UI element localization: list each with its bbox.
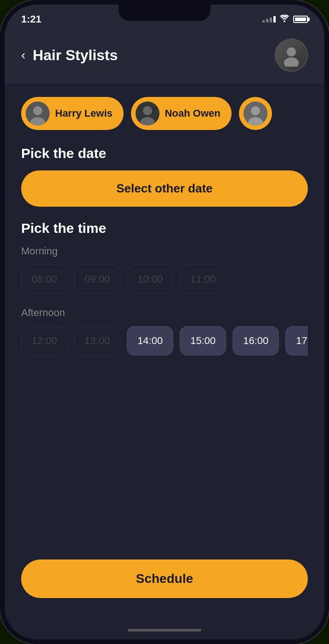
wifi-icon [279,15,289,24]
stylist-avatar-noah [136,102,159,125]
morning-label: Morning [21,245,308,257]
time-slot-1100[interactable]: 11:00 [180,265,226,294]
stylist-avatar-third [244,102,267,125]
battery-icon [293,16,308,23]
avatar [275,39,308,72]
time-slot-1600[interactable]: 16:00 [233,326,279,356]
home-indicator [5,621,324,639]
bottom-area: Schedule [5,550,324,621]
phone-screen: 1:21 ‹ Hair Stylists [5,5,324,639]
spacer [21,371,308,537]
home-bar [128,629,201,632]
time-slot-1500[interactable]: 15:00 [180,326,226,356]
pick-time-title: Pick the time [21,220,308,236]
stylist-avatar-harry [26,102,50,125]
time-slot-1400[interactable]: 14:00 [127,326,173,356]
page-title: Hair Stylists [33,47,118,64]
pick-date-title: Pick the date [21,146,308,161]
svg-point-1 [284,57,299,67]
schedule-button[interactable]: Schedule [21,559,308,598]
app-header: ‹ Hair Stylists [5,29,324,83]
stylist-name-noah: Noah Owen [165,107,221,119]
stylist-button-noah-owen[interactable]: Noah Owen [131,97,232,130]
stylist-button-third[interactable] [239,97,272,130]
time-slot-1000[interactable]: 10:00 [127,265,173,294]
time-slot-1300[interactable]: 13:00 [74,326,120,356]
afternoon-label: Afternoon [21,307,308,319]
status-bar: 1:21 [5,5,324,29]
signal-icon [262,16,276,23]
select-date-label: Select other date [116,181,213,195]
svg-point-0 [287,47,296,56]
time-slot-0900[interactable]: 09:00 [74,265,120,294]
stylists-row: Harry Lewis Noah Owen [21,97,308,132]
morning-slots: 08:00 09:00 10:00 11:00 [21,265,308,296]
header-left: ‹ Hair Stylists [21,47,118,64]
svg-point-6 [143,106,152,115]
status-time: 1:21 [21,13,41,25]
svg-point-3 [33,106,42,115]
afternoon-slots: 12:00 13:00 14:00 15:00 16:00 17:00 [21,326,308,357]
scroll-content: Harry Lewis Noah Owen [5,83,324,550]
pick-time-section: Pick the time Morning 08:00 09:00 10:00 … [21,220,308,357]
pick-date-section: Pick the date Select other date [21,146,308,207]
stylist-name-harry: Harry Lewis [55,107,113,119]
time-slot-1700[interactable]: 17:00 [285,326,308,356]
svg-point-9 [251,106,260,115]
time-slot-1200[interactable]: 12:00 [21,326,68,356]
time-slot-0800[interactable]: 08:00 [21,265,68,294]
stylist-button-harry-lewis[interactable]: Harry Lewis [21,97,124,130]
select-date-button[interactable]: Select other date [21,170,308,207]
back-button[interactable]: ‹ [21,49,25,62]
afternoon-section: Afternoon 12:00 13:00 14:00 15:00 16:00 … [21,307,308,357]
status-icons [262,15,308,24]
schedule-label: Schedule [136,571,193,586]
avatar-image [276,40,307,71]
morning-section: Morning 08:00 09:00 10:00 11:00 [21,245,308,296]
phone-frame: 1:21 ‹ Hair Stylists [0,0,329,644]
